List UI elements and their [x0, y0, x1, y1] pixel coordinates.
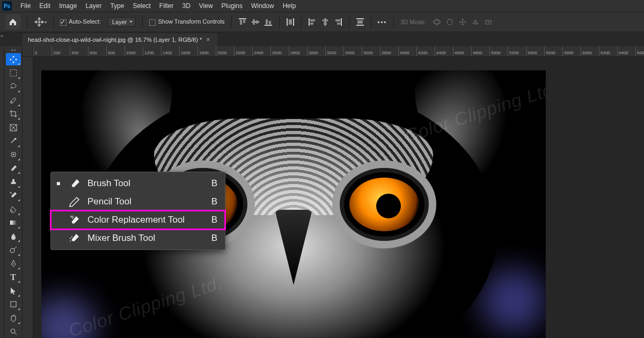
menu-type[interactable]: Type [106, 1, 128, 11]
ruler-origin[interactable] [23, 46, 33, 57]
ruler-tick: 5200 [508, 46, 526, 57]
menu-view[interactable]: View [195, 1, 217, 11]
distribute-icon[interactable] [286, 18, 295, 26]
hand-tool[interactable] [6, 312, 21, 324]
app-logo: Ps [2, 1, 12, 11]
align-left-icon[interactable] [308, 18, 317, 26]
menu-plugins[interactable]: Plugins [217, 1, 247, 11]
svg-rect-8 [269, 21, 271, 24]
menu-file[interactable]: File [16, 1, 35, 11]
ruler-tick: 4200 [416, 46, 435, 57]
healing-brush-tool[interactable] [6, 149, 21, 161]
flyout-item-mixer[interactable]: Mixer Brush ToolB [51, 229, 225, 247]
align-vc-icon[interactable] [251, 18, 260, 26]
distribute-h-icon[interactable] [356, 18, 364, 26]
home-button[interactable] [5, 14, 20, 30]
svg-rect-23 [357, 20, 363, 24]
move-tool-indicator[interactable]: ▾ [34, 16, 47, 28]
eyedropper-tool[interactable] [6, 135, 21, 147]
document-tab[interactable]: head-shot-close-up-wild-owl-night.jpg @ … [23, 33, 217, 46]
scale-3d-icon [484, 18, 493, 26]
svg-rect-18 [341, 18, 342, 26]
zoom-tool[interactable] [6, 326, 21, 338]
lasso-tool[interactable] [6, 80, 21, 93]
quick-selection-tool[interactable] [6, 94, 21, 106]
shape-tool[interactable] [6, 298, 21, 311]
menu-window[interactable]: Window [247, 1, 279, 11]
roll-3d-icon [445, 18, 454, 26]
flyout-item-brush[interactable]: ■Brush ToolB [51, 174, 225, 193]
marquee-tool[interactable] [6, 67, 21, 79]
type-tool[interactable]: T [6, 271, 21, 283]
menu-filter[interactable]: Filter [155, 1, 178, 11]
ruler-tick: 2800 [289, 46, 307, 57]
flyout-item-label: Mixer Brush Tool [87, 233, 155, 244]
home-icon [9, 18, 17, 26]
separator [371, 16, 371, 28]
toolbar-grip[interactable] [11, 49, 16, 51]
ruler-tick: 0 [33, 46, 52, 57]
menu-select[interactable]: Select [128, 1, 155, 11]
ruler-tick: 3200 [325, 46, 343, 57]
ruler-tick: 6000 [581, 46, 599, 57]
auto-select-checkbox[interactable]: Auto-Select: [60, 18, 101, 25]
layer-type-select[interactable]: Layer [107, 17, 136, 27]
ruler-tick: 6600 [635, 46, 644, 57]
flyout-item-color-replace[interactable]: Color Replacement ToolB [51, 211, 225, 229]
document-tab-bar: head-shot-close-up-wild-owl-night.jpg @ … [0, 32, 644, 46]
ruler-tick: 400 [70, 46, 88, 57]
path-selection-tool[interactable] [6, 284, 21, 297]
ruler-tick: 3000 [307, 46, 325, 57]
mixer-icon [68, 232, 81, 244]
options-bar: ▾ Auto-Select: Layer Show Transform Cont… [0, 12, 644, 32]
align-bottom-icon[interactable] [264, 18, 273, 26]
menu-3d[interactable]: 3D [178, 1, 194, 11]
svg-point-39 [71, 236, 72, 237]
frame-tool[interactable] [6, 121, 21, 134]
vertical-ruler[interactable] [23, 57, 33, 338]
menu-bar: Ps FileEditImageLayerTypeSelectFilter3DV… [0, 0, 644, 12]
ruler-tick: 2600 [270, 46, 289, 57]
svg-rect-17 [324, 23, 327, 25]
horizontal-ruler[interactable]: 0200400600800100012001400160018002000220… [33, 46, 644, 57]
canvas-area: 0200400600800100012001400160018002000220… [23, 46, 644, 338]
menu-edit[interactable]: Edit [35, 1, 55, 11]
svg-rect-14 [310, 23, 313, 25]
canvas[interactable]: Color Clipping Ltd. Color Clipping Ltd. … [33, 57, 644, 338]
flyout-item-pencil[interactable]: Pencil ToolB [51, 193, 225, 211]
show-transform-checkbox[interactable]: Show Transform Controls [149, 18, 224, 25]
svg-rect-19 [335, 19, 340, 21]
svg-point-28 [487, 21, 489, 23]
align-top-icon[interactable] [238, 18, 247, 26]
dodge-tool[interactable] [6, 244, 21, 256]
menu-image[interactable]: Image [55, 1, 81, 11]
more-options-button[interactable]: ••• [378, 19, 387, 25]
pen-tool[interactable] [6, 258, 21, 270]
close-tab-button[interactable]: × [206, 36, 210, 43]
blur-tool[interactable] [6, 230, 21, 243]
move-icon [34, 17, 44, 27]
brush-tool[interactable] [6, 162, 21, 174]
eraser-tool[interactable] [6, 203, 21, 215]
menu-layer[interactable]: Layer [81, 1, 106, 11]
history-brush-tool[interactable] [6, 189, 21, 202]
align-hc-icon[interactable] [321, 18, 330, 26]
crop-tool[interactable] [6, 108, 21, 120]
svg-rect-21 [356, 18, 364, 19]
svg-rect-22 [356, 25, 364, 26]
separator [301, 16, 302, 28]
flyout-item-shortcut: B [211, 178, 217, 189]
svg-rect-1 [240, 20, 242, 25]
flyout-item-label: Color Replacement Tool [87, 215, 185, 225]
move-tool[interactable] [6, 53, 21, 65]
gradient-tool[interactable] [6, 217, 21, 229]
ruler-tick: 800 [106, 46, 125, 57]
dock-strip[interactable] [0, 46, 4, 338]
orbit-3d-icon [433, 18, 441, 26]
clone-stamp-tool[interactable] [6, 175, 21, 188]
menu-help[interactable]: Help [279, 1, 301, 11]
svg-rect-12 [309, 18, 310, 26]
align-right-icon[interactable] [334, 18, 342, 26]
svg-point-38 [11, 329, 15, 333]
layer-select-value: Layer [112, 19, 127, 25]
